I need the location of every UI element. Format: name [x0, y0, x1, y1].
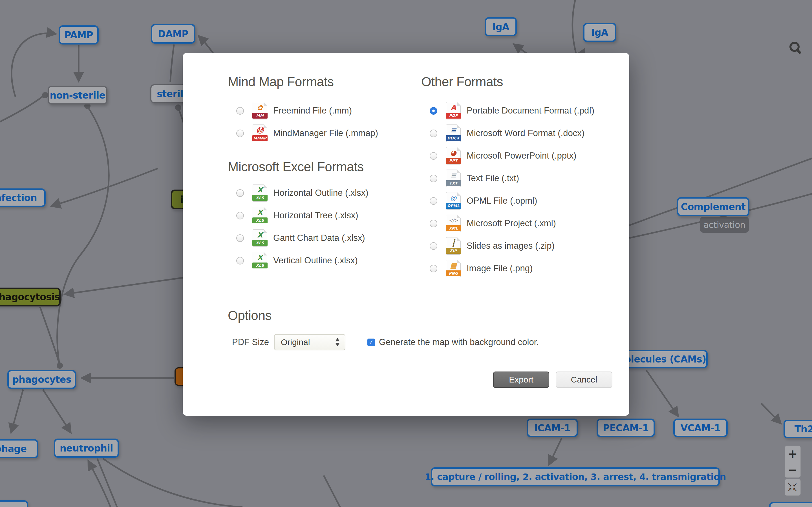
radio-button[interactable] [430, 197, 437, 205]
format-option-png[interactable]: ▦ PNG Image File (.png) [421, 257, 624, 280]
format-option-label: Portable Document Format (.pdf) [467, 106, 594, 116]
excel-file-icon: X XLS [253, 207, 267, 224]
format-option-label: Horizontal Outline (.xlsx) [273, 188, 368, 198]
node-pecam-1[interactable]: PECAM-1 [597, 418, 655, 437]
node-pamp[interactable]: PAMP [59, 25, 99, 45]
node-infection[interactable]: infection [0, 188, 46, 207]
format-option-label: Text File (.txt) [467, 173, 519, 183]
fit-to-screen-icon[interactable]: ↘↙ ↗↖ [785, 479, 801, 496]
zoom-in-button[interactable]: + [785, 446, 801, 462]
section-title-excel-formats: Microsoft Excel Formats [228, 159, 408, 174]
format-option-mindmanager-mmap[interactable]: Ⓜ MMAP MindManager File (.mmap) [228, 122, 408, 145]
format-option-label: Horizontal Tree (.xlsx) [273, 210, 358, 221]
format-option-txt[interactable]: ≡ TXT Text File (.txt) [421, 167, 624, 189]
radio-button[interactable] [236, 212, 244, 219]
word-file-icon: ≡ DOCX [446, 124, 461, 142]
radio-button[interactable] [236, 257, 244, 265]
format-option-label: Microsoft PowerPoint (.pptx) [467, 151, 576, 161]
excel-file-icon: X XLS [253, 184, 267, 202]
node-phagocytosis[interactable]: phagocytosis [0, 288, 61, 306]
format-option-label: Freemind File (.mm) [273, 106, 352, 116]
node-th2[interactable]: Th2 [783, 420, 812, 438]
format-option-label: Microsoft Word Format (.docx) [467, 128, 585, 138]
format-option-zip[interactable]: ┋ ZIP Slides as images (.zip) [421, 235, 624, 257]
format-option-pdf[interactable]: A PDF Portable Document Format (.pdf) [421, 100, 624, 122]
node-stub-bottom-left[interactable] [0, 500, 28, 507]
section-title-options: Options [228, 308, 611, 323]
node-capture-rolling[interactable]: 1. capture / rolling, 2. activation, 3. … [431, 467, 720, 487]
export-dialog: Mind Map Formats ✿ MM Freemind File (.mm… [183, 53, 629, 416]
format-option-xml[interactable]: </> XML Microsoft Project (.xml) [421, 212, 624, 235]
format-option-gantt-chart-xlsx[interactable]: X XLS Gantt Chart Data (.xlsx) [228, 227, 408, 249]
pdf-size-label: PDF Size [232, 337, 270, 347]
radio-button[interactable] [430, 265, 437, 272]
background-color-checkbox-label: Generate the map with background color. [379, 337, 539, 347]
format-option-label: OPML File (.opml) [467, 196, 537, 206]
format-option-label: MindManager File (.mmap) [273, 128, 378, 138]
zoom-out-button[interactable]: − [785, 462, 801, 478]
cancel-button[interactable]: Cancel [556, 372, 612, 388]
format-option-label: Microsoft Project (.xml) [467, 218, 556, 228]
radio-button[interactable] [430, 129, 437, 137]
node-vcam-1[interactable]: VCAM-1 [673, 418, 728, 437]
pdf-file-icon: A PDF [446, 102, 461, 119]
export-button[interactable]: Export [493, 372, 549, 388]
format-option-label: Gantt Chart Data (.xlsx) [273, 233, 365, 243]
format-option-vertical-outline-xlsx[interactable]: X XLS Vertical Outline (.xlsx) [228, 249, 408, 272]
node-neutrophil[interactable]: neutrophil [54, 439, 119, 458]
node-damp[interactable]: DAMP [151, 24, 195, 44]
text-file-icon: ≡ TXT [446, 170, 461, 187]
format-option-docx[interactable]: ≡ DOCX Microsoft Word Format (.docx) [421, 122, 624, 145]
radio-button[interactable] [236, 129, 244, 137]
node-macrophage[interactable]: phage [0, 439, 38, 458]
radio-button[interactable] [430, 242, 437, 250]
radio-button[interactable] [236, 107, 244, 115]
node-iga-2[interactable]: IgA [583, 23, 616, 42]
node-icam-1[interactable]: ICAM-1 [527, 418, 578, 437]
select-spinner-icon [335, 338, 340, 346]
freemind-file-icon: ✿ MM [253, 102, 267, 119]
radio-button[interactable] [430, 175, 437, 182]
opml-file-icon: ◎ OPML [446, 192, 461, 210]
pdf-size-value: Original [281, 337, 310, 347]
png-file-icon: ▦ PNG [446, 260, 461, 277]
format-option-label: Slides as images (.zip) [467, 241, 555, 251]
node-activation-tag: activation [700, 217, 749, 233]
excel-file-icon: X XLS [253, 252, 267, 269]
node-cams[interactable]: olecules (CAMs) [623, 350, 708, 369]
search-icon[interactable] [789, 41, 802, 55]
radio-button[interactable] [430, 220, 437, 227]
section-title-other-formats: Other Formats [421, 74, 624, 89]
pdf-size-select[interactable]: Original [274, 334, 345, 350]
format-option-horizontal-outline-xlsx[interactable]: X XLS Horizontal Outline (.xlsx) [228, 182, 408, 204]
node-iga-1[interactable]: IgA [485, 17, 517, 36]
radio-button[interactable] [430, 152, 437, 160]
section-title-mindmap-formats: Mind Map Formats [228, 74, 408, 89]
excel-file-icon: X XLS [253, 229, 267, 247]
node-non-sterile[interactable]: non-sterile [48, 86, 107, 105]
background-color-checkbox[interactable]: ✓ [367, 339, 375, 346]
powerpoint-file-icon: ◕ PPT [446, 147, 461, 165]
format-option-freemind-mm[interactable]: ✿ MM Freemind File (.mm) [228, 100, 408, 122]
zip-file-icon: ┋ ZIP [446, 237, 461, 255]
format-option-opml[interactable]: ◎ OPML OPML File (.opml) [421, 189, 624, 212]
radio-button[interactable] [236, 189, 244, 197]
format-option-pptx[interactable]: ◕ PPT Microsoft PowerPoint (.pptx) [421, 145, 624, 167]
node-stub-bottom-right[interactable] [769, 502, 812, 507]
project-xml-file-icon: </> XML [446, 215, 461, 232]
mindmanager-file-icon: Ⓜ MMAP [253, 124, 267, 142]
radio-button[interactable] [236, 234, 244, 242]
radio-button-selected[interactable] [430, 107, 437, 115]
node-phagocytes[interactable]: phagocytes [7, 370, 76, 389]
zoom-controls: + − ↘↙ ↗↖ [784, 446, 801, 496]
format-option-label: Vertical Outline (.xlsx) [273, 256, 358, 266]
format-option-label: Image File (.png) [467, 263, 532, 274]
format-option-horizontal-tree-xlsx[interactable]: X XLS Horizontal Tree (.xlsx) [228, 204, 408, 227]
node-complement[interactable]: Complement [677, 197, 749, 216]
